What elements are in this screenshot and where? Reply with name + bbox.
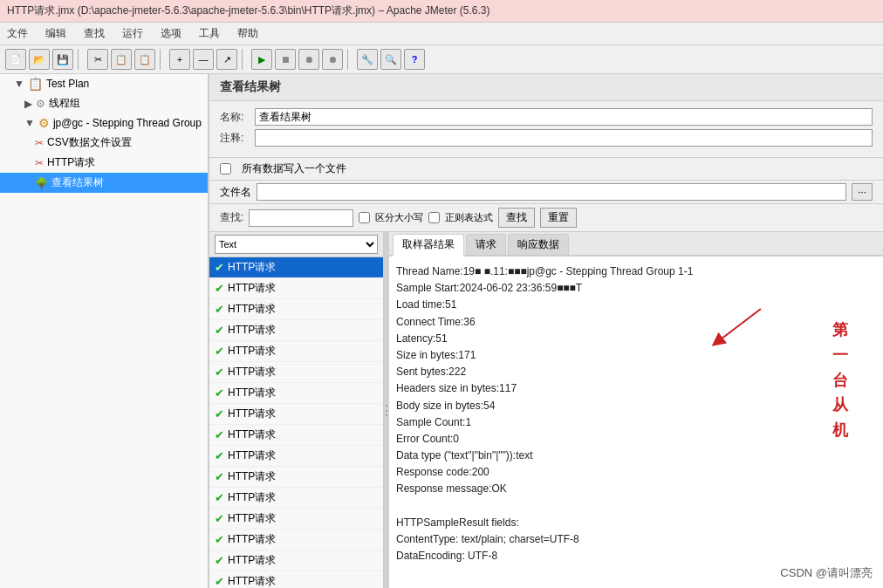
form-area: 名称: 注释: bbox=[209, 101, 883, 158]
main-layout: ▼ 📋 Test Plan ▶ ⚙ 线程组 ▼ ⚙ jp@gc - Steppi… bbox=[0, 74, 883, 588]
search-label: 查找: bbox=[220, 210, 243, 225]
sample-label-7: HTTP请求 bbox=[228, 407, 276, 421]
file-name-row: 文件名 ··· bbox=[209, 181, 883, 204]
tb-stop[interactable]: ⏹ bbox=[275, 49, 296, 70]
tree-item-threadgroup[interactable]: ▶ ⚙ 线程组 bbox=[0, 93, 208, 113]
check-icon-9: ✔ bbox=[215, 449, 224, 462]
tab-request[interactable]: 请求 bbox=[466, 234, 506, 255]
search-input[interactable] bbox=[249, 209, 353, 227]
sample-label-13: HTTP请求 bbox=[228, 532, 276, 547]
result-tabs: 取样器结果 请求 响应数据 bbox=[389, 232, 883, 256]
tb-record1[interactable]: ⏺ bbox=[298, 49, 319, 70]
file-save-checkbox[interactable] bbox=[220, 163, 231, 174]
tb-clear[interactable]: ↗ bbox=[216, 49, 237, 70]
file-name-input[interactable] bbox=[257, 183, 846, 201]
name-label: 名称: bbox=[220, 110, 255, 125]
name-input[interactable] bbox=[255, 108, 873, 126]
tb-new[interactable]: 📄 bbox=[5, 49, 26, 70]
check-icon-6: ✔ bbox=[215, 386, 224, 400]
comment-label: 注释: bbox=[220, 131, 255, 146]
sample-label-3: HTTP请求 bbox=[228, 323, 276, 338]
tree-label-resulttree: 查看结果树 bbox=[51, 175, 104, 190]
sample-item-5[interactable]: ✔HTTP请求 bbox=[209, 362, 383, 383]
search-row: 查找: 区分大小写 正则表达式 查找 重置 bbox=[209, 204, 883, 232]
tree-icon: 🌳 bbox=[35, 177, 48, 189]
menu-bar: 文件编辑查找运行选项工具帮助 bbox=[0, 23, 883, 45]
reset-button[interactable]: 重置 bbox=[540, 208, 577, 228]
result-line-17: DataEncoding: UTF-8 bbox=[396, 548, 876, 564]
sample-item-10[interactable]: ✔HTTP请求 bbox=[209, 467, 383, 488]
tb-remove[interactable]: — bbox=[193, 49, 214, 70]
result-line-12: Response code:200 bbox=[396, 464, 876, 481]
menu-item-编辑[interactable]: 编辑 bbox=[42, 24, 70, 43]
sample-item-2[interactable]: ✔HTTP请求 bbox=[209, 299, 383, 320]
tab-response-data[interactable]: 响应数据 bbox=[508, 234, 569, 255]
result-line-0: Thread Name:19■ ■.11:■■■jp@gc - Stepping… bbox=[396, 263, 876, 280]
result-line-8: Body size in bytes:54 bbox=[396, 398, 876, 414]
sample-label-2: HTTP请求 bbox=[228, 302, 276, 317]
menu-item-查找[interactable]: 查找 bbox=[80, 24, 108, 43]
tb-copy[interactable]: 📋 bbox=[111, 49, 132, 70]
regex-label: 正则表达式 bbox=[445, 211, 493, 224]
tb-tool1[interactable]: 🔧 bbox=[357, 49, 378, 70]
sample-item-9[interactable]: ✔HTTP请求 bbox=[209, 446, 383, 467]
tab-sampler-result[interactable]: 取样器结果 bbox=[393, 234, 464, 256]
menu-item-工具[interactable]: 工具 bbox=[195, 24, 223, 43]
sample-item-11[interactable]: ✔HTTP请求 bbox=[209, 488, 383, 509]
tb-save[interactable]: 💾 bbox=[52, 49, 73, 70]
tb-cut[interactable]: ✂ bbox=[87, 49, 108, 70]
find-button[interactable]: 查找 bbox=[498, 208, 535, 228]
format-dropdown[interactable]: Text bbox=[215, 235, 378, 254]
sample-label-15: HTTP请求 bbox=[228, 574, 276, 588]
result-line-1: Sample Start:2024-06-02 23:36:59■■■T bbox=[396, 280, 876, 297]
tb-record2[interactable]: ⏺ bbox=[322, 49, 343, 70]
comment-input[interactable] bbox=[255, 129, 873, 147]
title-bar: HTTP请求.jmx (D:\apache-jmeter-5.6.3\apach… bbox=[0, 0, 883, 23]
check-icon-14: ✔ bbox=[215, 554, 224, 567]
menu-item-文件[interactable]: 文件 bbox=[3, 24, 31, 43]
tb-paste[interactable]: 📋 bbox=[134, 49, 155, 70]
tb-sep2 bbox=[160, 49, 165, 70]
watermark: CSDN @请叫漂亮 bbox=[780, 565, 873, 581]
tree-item-testplan[interactable]: ▼ 📋 Test Plan bbox=[0, 74, 208, 93]
sample-item-0[interactable]: ✔HTTP请求 bbox=[209, 257, 383, 278]
tb-open[interactable]: 📂 bbox=[29, 49, 50, 70]
sample-item-13[interactable]: ✔HTTP请求 bbox=[209, 530, 383, 550]
sample-item-1[interactable]: ✔HTTP请求 bbox=[209, 278, 383, 299]
browse-button[interactable]: ··· bbox=[852, 183, 873, 201]
sample-label-12: HTTP请求 bbox=[228, 511, 276, 526]
sample-label-8: HTTP请求 bbox=[228, 427, 276, 442]
check-icon-7: ✔ bbox=[215, 407, 224, 420]
expand-icon3: ▼ bbox=[24, 117, 35, 129]
tb-info[interactable]: ? bbox=[404, 49, 425, 70]
regex-checkbox[interactable] bbox=[428, 212, 440, 223]
sample-label-10: HTTP请求 bbox=[228, 469, 276, 484]
case-sensitive-checkbox[interactable] bbox=[359, 212, 370, 223]
tb-sep1 bbox=[78, 49, 83, 70]
tb-tool2[interactable]: 🔍 bbox=[380, 49, 401, 70]
menu-item-运行[interactable]: 运行 bbox=[119, 24, 147, 43]
sample-label-1: HTTP请求 bbox=[228, 281, 276, 296]
menu-item-帮助[interactable]: 帮助 bbox=[234, 24, 262, 43]
menu-item-选项[interactable]: 选项 bbox=[157, 24, 185, 43]
sample-label-14: HTTP请求 bbox=[228, 553, 276, 568]
tree-item-resulttree[interactable]: 🌳 查看结果树 bbox=[0, 173, 208, 193]
left-panel: ▼ 📋 Test Plan ▶ ⚙ 线程组 ▼ ⚙ jp@gc - Steppi… bbox=[0, 74, 209, 588]
sample-item-12[interactable]: ✔HTTP请求 bbox=[209, 509, 383, 530]
tree-item-http[interactable]: ✂ HTTP请求 bbox=[0, 153, 208, 173]
tree-item-stepping[interactable]: ▼ ⚙ jp@gc - Stepping Thread Group bbox=[0, 113, 208, 133]
sample-list: ✔HTTP请求✔HTTP请求✔HTTP请求✔HTTP请求✔HTTP请求✔HTTP… bbox=[209, 257, 383, 588]
sample-item-15[interactable]: ✔HTTP请求 bbox=[209, 571, 383, 588]
sample-item-8[interactable]: ✔HTTP请求 bbox=[209, 425, 383, 446]
tb-add[interactable]: + bbox=[169, 49, 190, 70]
sample-item-14[interactable]: ✔HTTP请求 bbox=[209, 550, 383, 571]
expand-icon2: ▶ bbox=[24, 98, 32, 110]
sample-item-6[interactable]: ✔HTTP请求 bbox=[209, 383, 383, 404]
tb-run[interactable]: ▶ bbox=[251, 49, 272, 70]
sample-item-7[interactable]: ✔HTTP请求 bbox=[209, 404, 383, 425]
tree-item-csv[interactable]: ✂ CSV数据文件设置 bbox=[0, 133, 208, 153]
sample-label-5: HTTP请求 bbox=[228, 365, 276, 379]
check-icon-3: ✔ bbox=[215, 324, 224, 337]
sample-item-3[interactable]: ✔HTTP请求 bbox=[209, 320, 383, 341]
sample-item-4[interactable]: ✔HTTP请求 bbox=[209, 341, 383, 362]
